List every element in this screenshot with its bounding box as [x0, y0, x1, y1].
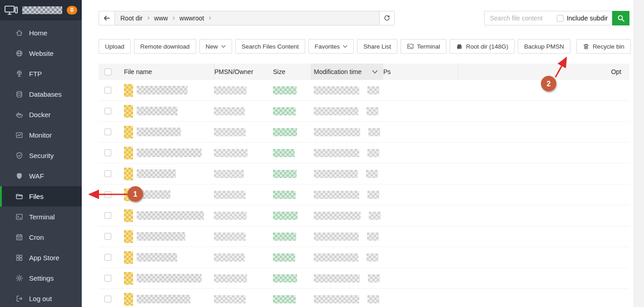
- row-checkbox[interactable]: [104, 170, 111, 177]
- modification-time-cell: [311, 253, 383, 262]
- sidebar-item-docker[interactable]: Docker: [0, 104, 82, 125]
- search-input[interactable]: [489, 14, 554, 22]
- file-name-cell[interactable]: [119, 168, 214, 180]
- terminal-button[interactable]: Terminal: [401, 39, 446, 54]
- column-header-modification-time[interactable]: Modification time: [311, 64, 383, 80]
- sidebar-nav: HomeWebsiteFTPDatabasesDockerMonitorSecu…: [0, 20, 82, 307]
- scroll-gutter[interactable]: [633, 0, 644, 307]
- file-name-cell[interactable]: [119, 147, 214, 159]
- file-name-cell[interactable]: [119, 251, 214, 264]
- breadcrumb-segment-www[interactable]: www: [154, 15, 168, 22]
- row-checkbox-cell: [99, 149, 119, 156]
- folder-icon: [124, 84, 133, 97]
- notification-badge[interactable]: 0: [67, 6, 77, 15]
- select-all-checkbox[interactable]: [104, 69, 111, 75]
- time-redacted: [314, 149, 359, 157]
- time-redacted: [369, 212, 381, 220]
- button-label: Share List: [363, 43, 391, 50]
- new-button[interactable]: New: [199, 39, 232, 54]
- file-name-cell[interactable]: [119, 188, 214, 201]
- sidebar-item-app-store[interactable]: App Store: [0, 248, 82, 268]
- recycle-bin-button[interactable]: Recycle bin: [576, 39, 631, 54]
- sidebar-item-home[interactable]: Home: [0, 23, 82, 43]
- file-name-cell[interactable]: [119, 230, 214, 243]
- file-name-cell[interactable]: [119, 126, 214, 139]
- sidebar-item-label: Website: [29, 50, 54, 57]
- sidebar-item-ftp[interactable]: FTP: [0, 64, 82, 84]
- sidebar-item-website[interactable]: Website: [0, 43, 82, 64]
- row-checkbox-cell: [99, 212, 119, 219]
- sidebar-item-waf[interactable]: WAF: [0, 166, 82, 186]
- upload-button[interactable]: Upload: [99, 39, 131, 54]
- include-subdir-checkbox[interactable]: [557, 15, 564, 22]
- file-name-cell[interactable]: [119, 209, 214, 222]
- row-checkbox[interactable]: [104, 233, 111, 240]
- owner-redacted: [214, 86, 247, 94]
- sidebar-item-settings[interactable]: Settings: [0, 268, 82, 288]
- breadcrumb: Root dir›www›wwwroot›: [115, 11, 380, 25]
- refresh-button[interactable]: [380, 11, 395, 25]
- sidebar: 0 HomeWebsiteFTPDatabasesDockerMonitorSe…: [0, 0, 82, 307]
- row-checkbox[interactable]: [104, 108, 111, 114]
- time-redacted: [314, 191, 359, 199]
- table-header: File namePMSN/OwnerSizeModification time…: [99, 64, 629, 80]
- include-subdir-label[interactable]: Include subdir: [567, 15, 608, 22]
- sidebar-item-files[interactable]: Files: [0, 186, 82, 207]
- row-checkbox[interactable]: [104, 275, 111, 282]
- column-label: Ps: [383, 68, 391, 75]
- file-name-cell[interactable]: [119, 84, 214, 97]
- sidebar-item-label: Cron: [29, 233, 44, 241]
- folder-icon: [124, 126, 133, 139]
- search-button[interactable]: [612, 11, 629, 25]
- files-icon: [15, 193, 23, 201]
- time-redacted: [367, 107, 378, 115]
- row-checkbox-cell: [99, 108, 119, 114]
- file-name-cell[interactable]: [119, 105, 214, 118]
- root-dir-148g-button[interactable]: Root dir (148G): [450, 39, 515, 54]
- favorites-button[interactable]: Favorites: [308, 39, 354, 54]
- breadcrumb-segment-root-dir[interactable]: Root dir: [120, 15, 143, 22]
- home-icon: [15, 29, 23, 37]
- search-icon: [617, 15, 625, 22]
- time-redacted: [314, 274, 360, 282]
- row-checkbox[interactable]: [104, 149, 111, 156]
- main-panel: Root dir›www›wwwroot› Include subdir: [82, 0, 644, 307]
- sidebar-item-monitor[interactable]: Monitor: [0, 125, 82, 145]
- time-redacted: [367, 149, 379, 157]
- row-checkbox[interactable]: [104, 191, 111, 198]
- sidebar-item-databases[interactable]: Databases: [0, 84, 82, 104]
- modification-time-cell: [311, 128, 383, 136]
- trash-icon: [583, 43, 590, 50]
- row-checkbox[interactable]: [104, 296, 111, 302]
- sidebar-item-terminal[interactable]: Terminal: [0, 207, 82, 227]
- row-checkbox[interactable]: [104, 87, 111, 94]
- file-name-cell[interactable]: [119, 293, 214, 306]
- share-list-button[interactable]: Share List: [357, 39, 397, 54]
- row-checkbox[interactable]: [104, 212, 111, 219]
- chevron-right-icon: ›: [173, 14, 175, 21]
- column-label: PMSN/Owner: [214, 68, 253, 75]
- file-name-redacted: [137, 107, 178, 115]
- sidebar-item-cron[interactable]: Cron: [0, 227, 82, 248]
- modification-time-cell: [311, 191, 383, 199]
- back-button[interactable]: [99, 11, 115, 25]
- sidebar-item-label: App Store: [29, 254, 59, 262]
- sidebar-item-label: Databases: [29, 90, 62, 98]
- row-checkbox[interactable]: [104, 254, 111, 261]
- folder-icon: [124, 230, 133, 243]
- file-name-cell[interactable]: [119, 272, 214, 285]
- backup-pmsn-button[interactable]: Backup PMSN: [518, 39, 570, 54]
- owner-redacted: [214, 233, 246, 241]
- breadcrumb-segment-wwwroot[interactable]: wwwroot: [179, 15, 204, 22]
- sidebar-item-security[interactable]: Security: [0, 145, 82, 166]
- caret-down-icon: [221, 45, 226, 48]
- table-row: [99, 122, 629, 143]
- security-icon: [15, 152, 23, 160]
- remote-download-button[interactable]: Remote download: [134, 39, 196, 54]
- size-cell: [273, 128, 311, 136]
- sidebar-item-log-out[interactable]: Log out: [0, 288, 82, 307]
- row-checkbox[interactable]: [104, 129, 111, 135]
- cron-icon: [15, 233, 23, 242]
- search-files-content-button[interactable]: Search Files Content: [235, 39, 305, 54]
- header-checkbox-cell: [99, 64, 119, 80]
